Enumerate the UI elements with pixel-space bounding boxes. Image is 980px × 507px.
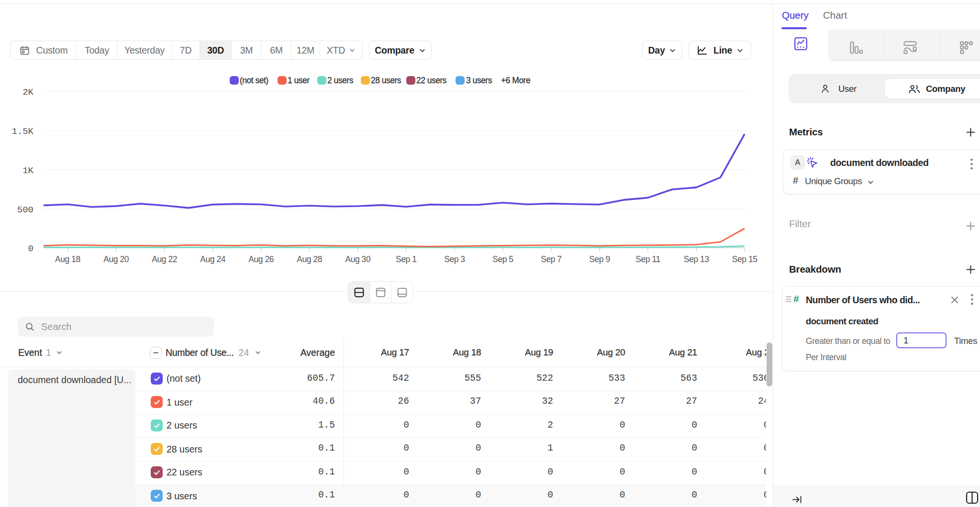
svg-text:Aug 18: Aug 18: [55, 254, 80, 264]
svg-text:Sep 1: Sep 1: [396, 254, 416, 264]
svg-text:Aug 22: Aug 22: [152, 254, 177, 264]
svg-text:2K: 2K: [22, 87, 33, 98]
svg-text:Sep 9: Sep 9: [589, 254, 610, 264]
svg-text:1.5K: 1.5K: [11, 126, 33, 137]
svg-text:Aug 26: Aug 26: [248, 254, 274, 264]
svg-text:500: 500: [17, 205, 33, 215]
svg-text:Aug 24: Aug 24: [200, 254, 225, 264]
svg-text:0: 0: [28, 243, 33, 254]
svg-text:Aug 28: Aug 28: [297, 254, 322, 264]
svg-text:Sep 7: Sep 7: [541, 254, 561, 264]
svg-text:Aug 30: Aug 30: [345, 254, 370, 264]
svg-text:Sep 11: Sep 11: [635, 254, 660, 264]
svg-text:Sep 5: Sep 5: [492, 254, 513, 264]
svg-text:Aug 20: Aug 20: [103, 254, 129, 264]
svg-text:Sep 3: Sep 3: [444, 254, 465, 264]
svg-text:Sep 13: Sep 13: [684, 254, 709, 264]
svg-text:Sep 15: Sep 15: [732, 254, 757, 264]
svg-text:1K: 1K: [22, 165, 33, 176]
